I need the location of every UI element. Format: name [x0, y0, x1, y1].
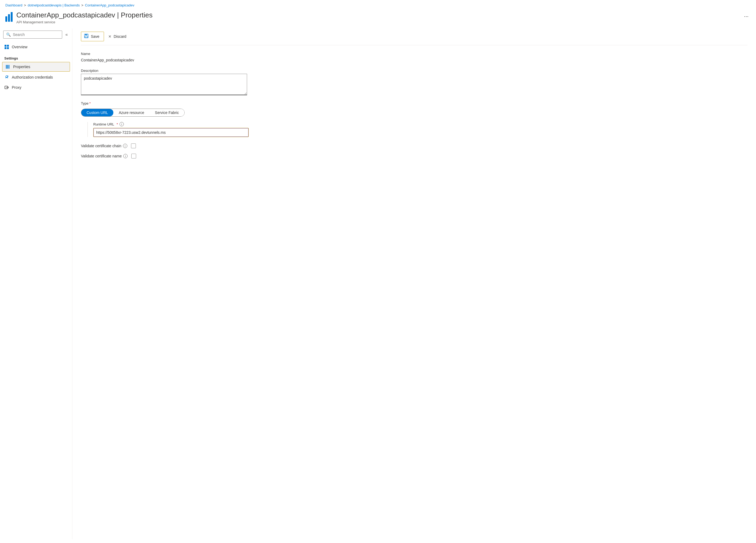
type-custom-url[interactable]: Custom URL: [81, 109, 113, 116]
sidebar-item-properties-label: Properties: [13, 65, 30, 69]
svg-rect-1: [7, 45, 9, 47]
discard-button[interactable]: ✕ Discard: [105, 33, 129, 40]
validate-cert-name-label: Validate certificate name: [81, 154, 122, 158]
sidebar-item-properties-wrapper: Properties: [0, 61, 72, 72]
breadcrumb-backends[interactable]: dotnetpodcastdevapis | Backends: [28, 3, 80, 7]
properties-icon: [6, 64, 10, 69]
validate-cert-chain-row: Validate certificate chain i: [81, 143, 747, 148]
svg-rect-4: [6, 65, 7, 69]
svg-rect-5: [7, 65, 8, 69]
breadcrumb-container-app[interactable]: ContainerApp_podcastapicadev: [85, 3, 134, 7]
svg-rect-3: [7, 47, 9, 49]
name-section: Name ContainerApp_podcastapicadev: [81, 52, 747, 63]
type-service-fabric[interactable]: Service Fabric: [150, 109, 184, 116]
type-selector: Custom URL Azure resource Service Fabric: [81, 109, 185, 117]
validate-cert-chain-checkbox[interactable]: [131, 143, 136, 148]
auth-icon: [4, 75, 9, 80]
sidebar-item-overview-label: Overview: [12, 45, 27, 49]
sidebar-item-auth-label: Authorization credentials: [12, 75, 53, 79]
main-layout: 🔍 « Overview Settings: [0, 28, 756, 539]
save-label: Save: [91, 34, 99, 39]
discard-icon: ✕: [108, 34, 111, 39]
overview-icon: [4, 44, 9, 49]
breadcrumb-dashboard[interactable]: Dashboard: [5, 3, 23, 7]
runtime-url-label: Runtime URL * i: [93, 122, 747, 126]
settings-section-label: Settings: [0, 52, 72, 61]
type-label: Type*: [81, 101, 747, 105]
validate-cert-chain-label: Validate certificate chain: [81, 144, 121, 148]
runtime-url-input-wrapper: [93, 128, 747, 137]
description-label: Description: [81, 69, 747, 73]
search-container: 🔍 «: [0, 28, 72, 42]
sidebar: 🔍 « Overview Settings: [0, 28, 72, 539]
type-section: Type* Custom URL Azure resource Service …: [81, 101, 747, 117]
sidebar-item-proxy[interactable]: Proxy: [0, 82, 72, 92]
breadcrumb: Dashboard > dotnetpodcastdevapis | Backe…: [0, 0, 756, 9]
page-subtitle: API Management service: [16, 20, 738, 24]
name-label: Name: [81, 52, 747, 56]
validate-cert-name-info-icon[interactable]: i: [123, 154, 128, 158]
description-input[interactable]: podcastapicadev: [81, 74, 247, 95]
svg-rect-0: [5, 45, 6, 47]
svg-rect-2: [5, 47, 6, 49]
sidebar-item-properties[interactable]: Properties: [2, 62, 70, 72]
save-button[interactable]: Save: [81, 32, 104, 41]
sidebar-item-auth-credentials[interactable]: Authorization credentials: [0, 72, 72, 82]
svg-rect-6: [9, 65, 9, 69]
runtime-url-input[interactable]: [93, 128, 249, 137]
sidebar-item-overview[interactable]: Overview: [0, 42, 72, 52]
validate-cert-name-row: Validate certificate name i: [81, 154, 747, 158]
search-input[interactable]: [13, 32, 59, 37]
search-box[interactable]: 🔍: [3, 31, 62, 39]
discard-label: Discard: [114, 34, 126, 39]
collapse-sidebar-button[interactable]: «: [64, 31, 69, 38]
validate-cert-chain-section: Validate certificate chain i Validate ce…: [81, 143, 747, 158]
type-azure-resource[interactable]: Azure resource: [113, 109, 150, 116]
svg-rect-14: [87, 34, 87, 35]
proxy-icon: [4, 85, 9, 90]
content-area: Save ✕ Discard Name ContainerApp_podcast…: [72, 28, 756, 539]
page-header: ContainerApp_podcastapicadev | Propertie…: [0, 9, 756, 28]
validate-cert-chain-info-icon[interactable]: i: [123, 144, 127, 148]
search-icon: 🔍: [6, 32, 11, 37]
validate-cert-name-checkbox[interactable]: [131, 154, 136, 158]
runtime-url-info-icon[interactable]: i: [120, 122, 124, 126]
description-section: Description podcastapicadev: [81, 69, 747, 96]
svg-rect-13: [85, 36, 88, 38]
toolbar: Save ✕ Discard: [81, 28, 747, 45]
logo-icon: [5, 12, 13, 22]
app-logo: [5, 12, 13, 22]
more-options-button[interactable]: ···: [742, 12, 751, 20]
runtime-url-section: Runtime URL * i: [87, 122, 747, 137]
sidebar-item-proxy-label: Proxy: [12, 85, 21, 90]
save-icon: [84, 33, 89, 39]
name-value: ContainerApp_podcastapicadev: [81, 57, 747, 63]
page-title: ContainerApp_podcastapicadev | Propertie…: [16, 11, 738, 19]
